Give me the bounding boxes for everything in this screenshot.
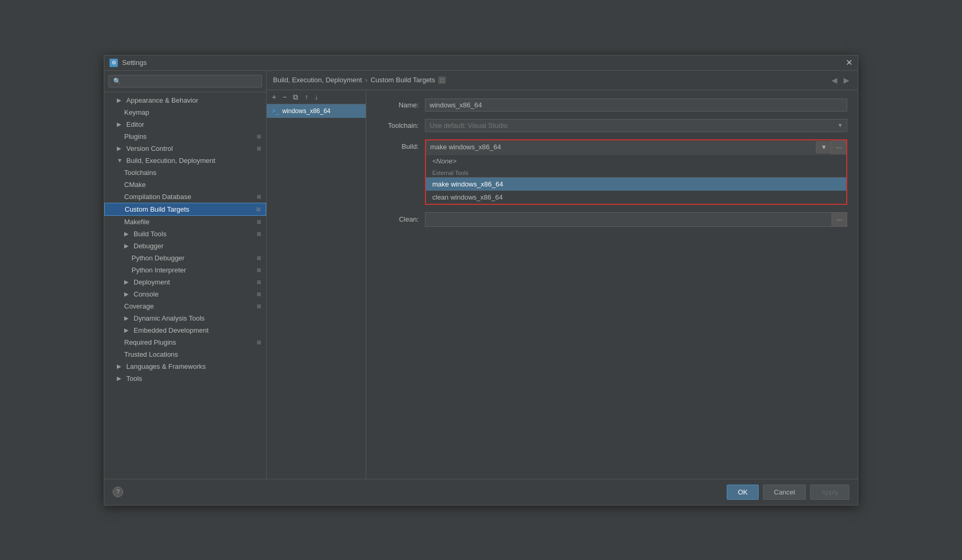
nav-forward[interactable]: ▶ xyxy=(841,75,851,85)
dropdown-arrow-button[interactable]: ▼ xyxy=(816,141,831,153)
sidebar-item-toolchains[interactable]: Toolchains xyxy=(104,167,266,179)
expand-icon: ▶ xyxy=(117,121,124,128)
expand-icon: ▼ xyxy=(117,157,124,163)
cancel-button[interactable]: Cancel xyxy=(763,485,806,500)
nav-back[interactable]: ◀ xyxy=(829,75,839,85)
sidebar-item-cmake[interactable]: CMake xyxy=(104,179,266,191)
clean-input-wrapper: ··· xyxy=(425,212,847,227)
sidebar-item-editor[interactable]: ▶ Editor xyxy=(104,118,266,130)
close-button[interactable]: ✕ xyxy=(846,59,852,67)
ok-button[interactable]: OK xyxy=(727,485,759,500)
sidebar-item-python-debugger[interactable]: Python Debugger ⊞ xyxy=(104,252,266,264)
search-input[interactable] xyxy=(108,75,262,87)
expand-icon: ▶ xyxy=(124,230,132,237)
help-button[interactable]: ? xyxy=(113,487,123,497)
sidebar-item-build-execution[interactable]: ▼ Build, Execution, Deployment xyxy=(104,155,266,167)
expand-icon: ▶ xyxy=(124,243,132,249)
settings-dialog: ⚙ Settings ✕ ▶ Appearance & Behavior xyxy=(104,55,858,506)
dropdown-more-button[interactable]: ··· xyxy=(831,140,846,154)
breadcrumb-part2: Custom Build Targets xyxy=(370,76,435,84)
sidebar-label-toolchains: Toolchains xyxy=(124,169,156,177)
badge-icon: ⊞ xyxy=(257,134,261,139)
breadcrumb-pin[interactable]: □ xyxy=(438,76,446,84)
breadcrumb-part1: Build, Execution, Deployment xyxy=(273,76,362,84)
list-item[interactable]: >_ windows_x86_64 xyxy=(267,104,366,118)
sidebar-item-custom-build[interactable]: Custom Build Targets ⊞ xyxy=(104,203,266,216)
sidebar-label-embedded: Embedded Development xyxy=(134,326,209,334)
sidebar-item-languages[interactable]: ▶ Languages & Frameworks xyxy=(104,360,266,372)
breadcrumb-separator: › xyxy=(365,76,367,84)
sidebar-label-vc: Version Control xyxy=(126,145,173,152)
toolchain-label: Toolchain: xyxy=(377,122,419,129)
sidebar-label-dynamic: Dynamic Analysis Tools xyxy=(134,314,205,322)
build-row: Build: ▼ ··· <None> External T xyxy=(377,139,847,205)
target-icon: >_ xyxy=(272,107,279,115)
clean-label: Clean: xyxy=(377,215,419,223)
dropdown-item-none[interactable]: <None> xyxy=(426,155,846,168)
sidebar-item-required-plugins[interactable]: Required Plugins ⊞ xyxy=(104,336,266,348)
name-row: Name: xyxy=(377,98,847,112)
sidebar-item-debugger[interactable]: ▶ Debugger xyxy=(104,240,266,252)
sidebar-item-coverage[interactable]: Coverage ⊞ xyxy=(104,300,266,312)
sidebar-item-keymap[interactable]: Keymap xyxy=(104,106,266,118)
badge-icon: ⊞ xyxy=(257,279,261,285)
sidebar-label-compilation: Compilation Database xyxy=(124,193,191,201)
footer-right: OK Cancel Apply xyxy=(727,485,849,500)
sidebar-label-appearance: Appearance & Behavior xyxy=(126,96,198,104)
expand-icon: ▶ xyxy=(117,145,124,152)
list-item-label: windows_x86_64 xyxy=(282,107,331,115)
toolchain-select[interactable]: Use default: Visual Studio xyxy=(425,119,847,132)
sidebar-label-cmake: CMake xyxy=(124,181,146,189)
sidebar-label-python-debugger: Python Debugger xyxy=(132,254,184,262)
sidebar-label-deployment: Deployment xyxy=(134,278,170,286)
sidebar-item-build-tools[interactable]: ▶ Build Tools ⊞ xyxy=(104,228,266,240)
build-dropdown-input[interactable] xyxy=(426,140,816,153)
move-up-button[interactable]: ↑ xyxy=(302,92,310,102)
toolchain-select-wrapper: Use default: Visual Studio ▼ xyxy=(425,119,847,132)
sidebar: ▶ Appearance & Behavior Keymap ▶ Editor xyxy=(104,71,267,479)
apply-button[interactable]: Apply xyxy=(810,485,849,500)
name-input[interactable] xyxy=(425,98,847,112)
sidebar-label-console: Console xyxy=(134,290,159,298)
app-icon: ⚙ xyxy=(110,59,118,67)
sidebar-item-python-interpreter[interactable]: Python Interpreter ⊞ xyxy=(104,264,266,276)
badge-icon: ⊞ xyxy=(257,303,261,309)
badge-icon: ⊞ xyxy=(257,255,261,261)
form-panel: Name: Toolchain: Use default: Visual Stu… xyxy=(366,90,858,479)
sidebar-item-appearance[interactable]: ▶ Appearance & Behavior xyxy=(104,94,266,106)
sidebar-item-trusted-locations[interactable]: Trusted Locations xyxy=(104,348,266,360)
breadcrumb: Build, Execution, Deployment › Custom Bu… xyxy=(273,76,446,84)
clean-input[interactable] xyxy=(425,212,832,227)
remove-button[interactable]: − xyxy=(280,92,289,102)
sidebar-item-deployment[interactable]: ▶ Deployment ⊞ xyxy=(104,276,266,288)
sidebar-item-dynamic-analysis[interactable]: ▶ Dynamic Analysis Tools xyxy=(104,312,266,324)
name-label: Name: xyxy=(377,101,419,109)
main-content: Build, Execution, Deployment › Custom Bu… xyxy=(267,71,858,479)
build-dropdown-container: ▼ ··· <None> External Tools make windows… xyxy=(425,139,847,205)
sidebar-label-keymap: Keymap xyxy=(124,108,149,116)
move-down-button[interactable]: ↓ xyxy=(312,92,320,102)
sidebar-label-required-plugins: Required Plugins xyxy=(124,338,176,346)
sidebar-label-makefile: Makefile xyxy=(124,218,149,226)
dialog-body: ▶ Appearance & Behavior Keymap ▶ Editor xyxy=(104,71,858,479)
sidebar-item-embedded[interactable]: ▶ Embedded Development xyxy=(104,324,266,336)
sidebar-item-tools[interactable]: ▶ Tools xyxy=(104,372,266,385)
sidebar-item-console[interactable]: ▶ Console ⊞ xyxy=(104,288,266,300)
sidebar-item-version-control[interactable]: ▶ Version Control ⊞ xyxy=(104,142,266,155)
clean-more-button[interactable]: ··· xyxy=(832,212,847,227)
dropdown-list: <None> External Tools make windows_x86_6… xyxy=(426,155,846,204)
sidebar-label-custom-build: Custom Build Targets xyxy=(125,205,189,213)
toolchain-row: Toolchain: Use default: Visual Studio ▼ xyxy=(377,119,847,132)
clean-row: Clean: ··· xyxy=(377,212,847,227)
sidebar-label-coverage: Coverage xyxy=(124,302,154,310)
expand-icon: ▶ xyxy=(124,279,132,286)
add-button[interactable]: + xyxy=(270,92,278,102)
title-bar: ⚙ Settings ✕ xyxy=(104,56,858,71)
sidebar-item-compilation-db[interactable]: Compilation Database ⊞ xyxy=(104,191,266,203)
sidebar-label-editor: Editor xyxy=(126,120,144,128)
copy-button[interactable]: ⧉ xyxy=(291,92,300,102)
dropdown-item-make-windows[interactable]: make windows_x86_64 xyxy=(426,178,846,191)
sidebar-item-plugins[interactable]: Plugins ⊞ xyxy=(104,130,266,142)
sidebar-item-makefile[interactable]: Makefile ⊞ xyxy=(104,216,266,228)
dropdown-item-clean-windows[interactable]: clean windows_x86_64 xyxy=(426,191,846,204)
